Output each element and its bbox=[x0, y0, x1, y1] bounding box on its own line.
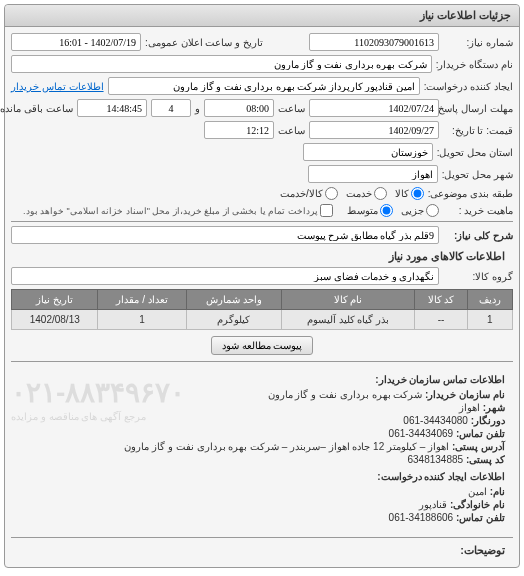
radio-kala-label: کالا bbox=[395, 188, 409, 199]
creator-title: اطلاعات ایجاد کننده درخواست: bbox=[19, 471, 505, 482]
td-date: 1402/08/13 bbox=[12, 310, 98, 330]
row-city: شهر محل تحویل: bbox=[11, 165, 513, 183]
radio-medium[interactable]: متوسط bbox=[347, 204, 393, 217]
radio-khadamat-label: خدمت bbox=[346, 188, 372, 199]
remaining-days-input[interactable] bbox=[151, 99, 191, 117]
row-subject-class: طبقه بندی موضوعی: کالا خدمت کالا/خدمت bbox=[11, 187, 513, 200]
buy-type-label: ماهیت خرید : bbox=[443, 205, 513, 216]
city-label: شهر محل تحویل: bbox=[442, 169, 513, 180]
payment-checkbox-item[interactable]: پرداخت تمام یا بخشی از مبلغ خرید،از محل … bbox=[23, 204, 333, 217]
row-deadline: مهلت ارسال پاسخ: تا تاریخ: ساعت و ساعت ب… bbox=[11, 99, 513, 117]
radio-both-label: کالا/خدمت bbox=[280, 188, 323, 199]
time-label-2: ساعت bbox=[278, 125, 305, 136]
buyer-device-input[interactable] bbox=[11, 55, 432, 73]
last-name-value: قنادپور bbox=[419, 499, 447, 510]
radio-kala-input[interactable] bbox=[411, 187, 424, 200]
remaining-label: ساعت باقی مانده bbox=[0, 103, 73, 114]
price-until-label: قیمت: تا تاریخ: bbox=[443, 125, 513, 136]
last-name-label: نام خانوادگی: bbox=[450, 499, 505, 510]
goods-group-input[interactable] bbox=[11, 267, 439, 285]
th-unit: واحد شمارش bbox=[186, 290, 281, 310]
row-buy-type: ماهیت خرید : جزیی متوسط پرداخت تمام یا ب… bbox=[11, 204, 513, 217]
province-label: استان محل تحویل: bbox=[437, 147, 513, 158]
row-price: قیمت: تا تاریخ: ساعت bbox=[11, 121, 513, 139]
deadline-time-input[interactable] bbox=[204, 99, 274, 117]
radio-small-label: جزیی bbox=[401, 205, 424, 216]
org-line: نام سازمان خریدار: شرکت بهره برداری نفت … bbox=[19, 389, 505, 400]
td-row: 1 bbox=[467, 310, 512, 330]
th-date: تاریخ نیاز bbox=[12, 290, 98, 310]
row-general-desc: شرح کلی نیاز: bbox=[11, 226, 513, 244]
table-row[interactable]: 1 -- بذر گیاه کلید آلیسوم کیلوگرم 1 1402… bbox=[12, 310, 513, 330]
deadline-date-input[interactable] bbox=[309, 99, 439, 117]
td-code: -- bbox=[415, 310, 467, 330]
panel-body: شماره نیاز: تاریخ و ساعت اعلان عمومی: نا… bbox=[5, 27, 519, 567]
general-desc-input[interactable] bbox=[11, 226, 439, 244]
postal-label: کد پستی: bbox=[466, 454, 505, 465]
announce-label: تاریخ و ساعت اعلان عمومی: bbox=[145, 37, 263, 48]
first-name-line: نام: امین bbox=[19, 486, 505, 497]
phone-value: 34434069-061 bbox=[389, 428, 454, 439]
first-name-value: امین bbox=[468, 486, 487, 497]
buyer-device-label: نام دستگاه خریدار: bbox=[436, 59, 513, 70]
address-line: آدرس پستی: اهواز – کیلومتر 12 جاده اهواز… bbox=[19, 441, 505, 452]
divider-3 bbox=[11, 537, 513, 538]
first-name-label: نام: bbox=[490, 486, 505, 497]
th-name: نام کالا bbox=[281, 290, 415, 310]
th-row: ردیف bbox=[467, 290, 512, 310]
attachment-button[interactable]: پیوست مطالعه شود bbox=[211, 336, 313, 355]
postal-line: کد پستی: 6348134885 bbox=[19, 454, 505, 465]
row-buyer-device: نام دستگاه خریدار: bbox=[11, 55, 513, 73]
radio-khadamat-input[interactable] bbox=[374, 187, 387, 200]
postal-value: 6348134885 bbox=[407, 454, 463, 465]
payment-checkbox[interactable] bbox=[320, 204, 333, 217]
radio-medium-input[interactable] bbox=[380, 204, 393, 217]
phone-line: تلفن تماس: 34434069-061 bbox=[19, 428, 505, 439]
announce-input[interactable] bbox=[11, 33, 141, 51]
goods-table: ردیف کد کالا نام کالا واحد شمارش تعداد /… bbox=[11, 289, 513, 330]
radio-small-input[interactable] bbox=[426, 204, 439, 217]
contact-link[interactable]: اطلاعات تماس خریدار bbox=[11, 81, 104, 92]
th-code: کد کالا bbox=[415, 290, 467, 310]
creator-phone-label: تلفن تماس: bbox=[456, 512, 505, 523]
city-input[interactable] bbox=[308, 165, 438, 183]
contact-section: ۰۲۱-۸۸۳۴۹۶۷۰ مرجع آگهی های مناقصه و مزای… bbox=[11, 366, 513, 533]
buy-type-radio-group: جزیی متوسط bbox=[347, 204, 439, 217]
dorn-line: دورنگار: 34434080-061 bbox=[19, 415, 505, 426]
last-name-line: نام خانوادگی: قنادپور bbox=[19, 499, 505, 510]
radio-kala[interactable]: کالا bbox=[395, 187, 424, 200]
general-desc-label: شرح کلی نیاز: bbox=[443, 230, 513, 241]
radio-medium-label: متوسط bbox=[347, 205, 378, 216]
remaining-time-input[interactable] bbox=[77, 99, 147, 117]
radio-small[interactable]: جزیی bbox=[401, 204, 439, 217]
radio-khadamat[interactable]: خدمت bbox=[346, 187, 387, 200]
price-date-input[interactable] bbox=[309, 121, 439, 139]
city-line: شهر: اهواز bbox=[19, 402, 505, 413]
phone-label: تلفن تماس: bbox=[456, 428, 505, 439]
province-input[interactable] bbox=[303, 143, 433, 161]
subject-radio-group: کالا خدمت کالا/خدمت bbox=[280, 187, 424, 200]
radio-both[interactable]: کالا/خدمت bbox=[280, 187, 338, 200]
request-creator-input[interactable] bbox=[108, 77, 420, 95]
price-time-input[interactable] bbox=[204, 121, 274, 139]
panel-title: جزئیات اطلاعات نیاز bbox=[5, 5, 519, 27]
address-label: آدرس پستی: bbox=[452, 441, 505, 452]
and-label: و bbox=[195, 103, 200, 114]
th-qty: تعداد / مقدار bbox=[98, 290, 186, 310]
row-request-creator: ایجاد کننده درخواست: اطلاعات تماس خریدار bbox=[11, 77, 513, 95]
payment-note: پرداخت تمام یا بخشی از مبلغ خرید،از محل … bbox=[23, 206, 318, 216]
radio-both-input[interactable] bbox=[325, 187, 338, 200]
td-name: بذر گیاه کلید آلیسوم bbox=[281, 310, 415, 330]
divider-1 bbox=[11, 221, 513, 222]
td-unit: کیلوگرم bbox=[186, 310, 281, 330]
subject-class-label: طبقه بندی موضوعی: bbox=[428, 188, 513, 199]
need-number-label: شماره نیاز: bbox=[443, 37, 513, 48]
request-creator-label: ایجاد کننده درخواست: bbox=[424, 81, 513, 92]
row-province: استان محل تحویل: bbox=[11, 143, 513, 161]
row-goods-group: گروه کالا: bbox=[11, 267, 513, 285]
need-number-input[interactable] bbox=[309, 33, 439, 51]
goods-group-label: گروه کالا: bbox=[443, 271, 513, 282]
org-name-label: نام سازمان خریدار: bbox=[425, 389, 505, 400]
details-panel: جزئیات اطلاعات نیاز شماره نیاز: تاریخ و … bbox=[4, 4, 520, 568]
goods-section-title: اطلاعات کالاهای مورد نیاز bbox=[19, 250, 505, 263]
